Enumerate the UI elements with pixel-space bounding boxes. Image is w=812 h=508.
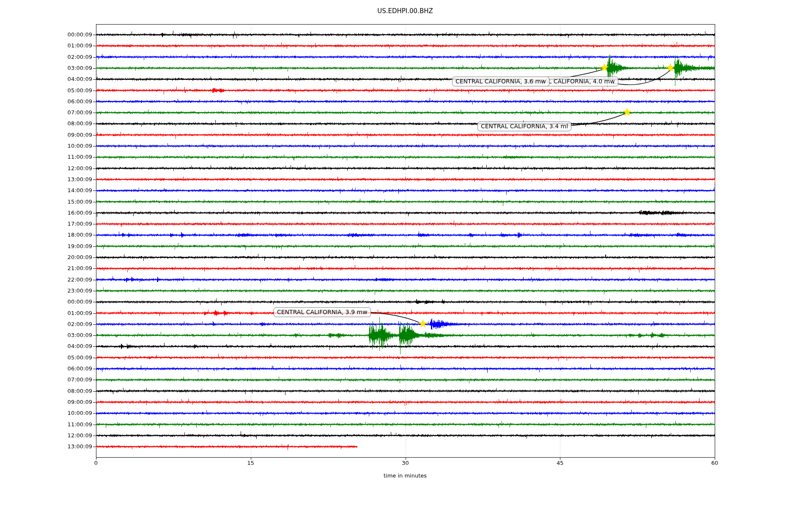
row-time-label: 10:00:09 — [0, 410, 92, 417]
row-time-label: 16:00:09 — [0, 210, 92, 216]
seismogram-canvas — [0, 0, 812, 508]
row-time-label: 07:00:09 — [0, 109, 92, 116]
row-time-label: 06:00:09 — [0, 98, 92, 105]
row-time-label: 21:00:09 — [0, 265, 92, 272]
row-time-label: 04:00:09 — [0, 76, 92, 83]
row-time-label: 02:00:09 — [0, 321, 92, 328]
event-annotation-3-9mw: CENTRAL CALIFORNIA, 3.9 mw — [274, 307, 371, 317]
helicorder-figure: US.EDHPI.00.BHZ 00:00:0901:00:0902:00:09… — [0, 0, 812, 508]
row-time-label: 03:00:09 — [0, 65, 92, 72]
x-axis-tick-label: 60 — [711, 460, 719, 466]
row-time-label: 02:00:09 — [0, 54, 92, 61]
event-annotation-3-6mw: CENTRAL CALIFORNIA, 3.6 mw — [452, 77, 549, 86]
row-time-label: 01:00:09 — [0, 42, 92, 49]
row-time-label: 12:00:09 — [0, 432, 92, 439]
event-annotation-3-4ml: CENTRAL CALIFORNIA, 3.4 ml — [477, 121, 571, 131]
row-time-label: 07:00:09 — [0, 376, 92, 383]
row-time-label: 10:00:09 — [0, 143, 92, 149]
row-time-label: 14:00:09 — [0, 187, 92, 194]
row-time-label: 00:00:09 — [0, 31, 92, 38]
x-axis-tick-label: 30 — [402, 460, 409, 466]
row-time-label: 03:00:09 — [0, 332, 92, 339]
row-time-label: 11:00:09 — [0, 154, 92, 160]
row-time-label: 08:00:09 — [0, 388, 92, 395]
row-time-label: 08:00:09 — [0, 120, 92, 127]
row-time-label: 15:00:09 — [0, 199, 92, 205]
row-time-label: 18:00:09 — [0, 232, 92, 238]
x-axis-label: time in minutes — [384, 472, 427, 479]
x-axis-tick-label: 15 — [247, 460, 254, 466]
row-time-label: 00:00:09 — [0, 298, 92, 305]
row-time-label: 12:00:09 — [0, 165, 92, 172]
x-axis-tick-label: 0 — [94, 460, 98, 466]
row-time-label: 06:00:09 — [0, 365, 92, 372]
row-time-label: 23:00:09 — [0, 287, 92, 294]
row-time-label: 11:00:09 — [0, 421, 92, 428]
row-time-label: 20:00:09 — [0, 254, 92, 261]
row-time-label: 05:00:09 — [0, 87, 92, 94]
row-time-label: 19:00:09 — [0, 243, 92, 250]
row-time-label: 09:00:09 — [0, 399, 92, 406]
row-time-label: 01:00:09 — [0, 310, 92, 317]
plot-title: US.EDHPI.00.BHZ — [377, 7, 433, 15]
row-time-label: 09:00:09 — [0, 132, 92, 138]
x-axis-tick-label: 45 — [557, 460, 564, 466]
row-time-label: 05:00:09 — [0, 354, 92, 361]
row-time-label: 04:00:09 — [0, 343, 92, 350]
row-time-label: 22:00:09 — [0, 276, 92, 283]
row-time-label: 17:00:09 — [0, 221, 92, 227]
row-time-label: 13:00:09 — [0, 176, 92, 183]
row-time-label: 13:00:09 — [0, 443, 92, 450]
